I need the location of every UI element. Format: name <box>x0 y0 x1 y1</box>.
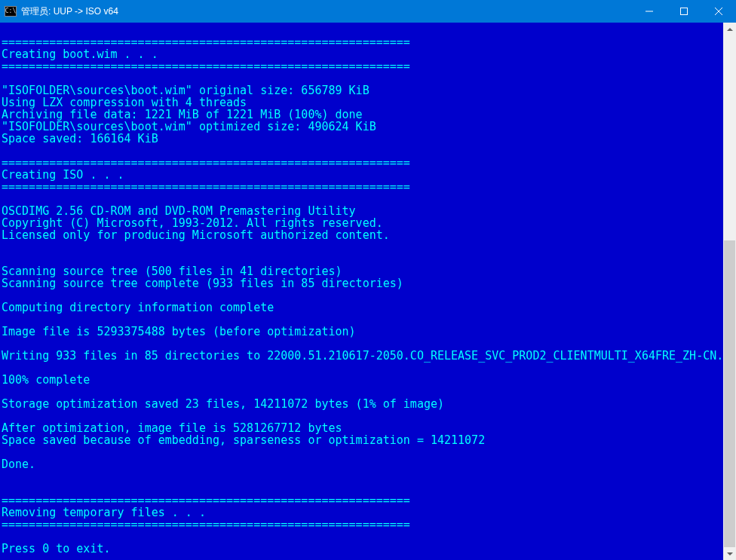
cmd-icon: C:\ <box>5 6 17 17</box>
console-output[interactable]: ========================================… <box>0 23 723 560</box>
console-text: ========================================… <box>2 24 723 555</box>
maximize-button[interactable] <box>667 0 701 23</box>
scroll-thumb[interactable] <box>724 240 735 547</box>
titlebar[interactable]: C:\ 管理员: UUP -> ISO v64 <box>0 0 736 23</box>
svg-rect-0 <box>681 8 688 15</box>
scroll-track[interactable] <box>723 35 736 547</box>
window-title: 管理员: UUP -> ISO v64 <box>21 5 118 18</box>
vertical-scrollbar[interactable] <box>723 23 736 560</box>
minimize-button[interactable] <box>632 0 667 23</box>
close-button[interactable] <box>701 0 736 23</box>
client-area: ========================================… <box>0 23 736 560</box>
cmd-icon-label: C:\ <box>5 8 16 14</box>
scroll-up-button[interactable] <box>723 23 736 35</box>
scroll-down-button[interactable] <box>723 547 736 560</box>
console-window: C:\ 管理员: UUP -> ISO v64 ================… <box>0 0 736 560</box>
